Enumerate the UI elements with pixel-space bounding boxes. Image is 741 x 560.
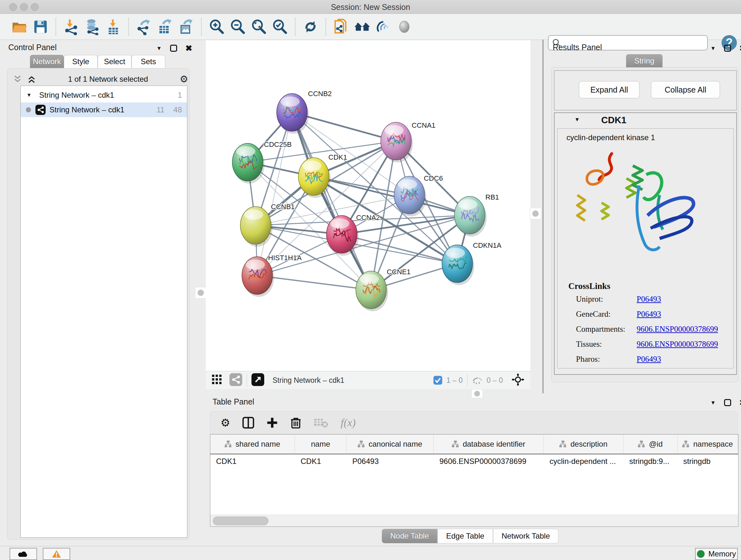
hidden-eye-icon[interactable] <box>472 375 483 385</box>
zoom-in-button[interactable] <box>206 17 227 37</box>
crosslink-value-link[interactable]: P06493 <box>636 310 661 319</box>
zoom-out-button[interactable] <box>227 17 248 37</box>
table-panel-title: Table Panel <box>212 397 254 407</box>
hscrollbar-thumb[interactable] <box>213 516 268 525</box>
export-image-button[interactable] <box>176 17 197 37</box>
right-splitter-handle[interactable] <box>530 208 541 219</box>
memory-button[interactable]: Memory <box>695 548 738 560</box>
network-node-CCNA2[interactable]: CCNA2 <box>327 213 380 256</box>
show-columns-icon[interactable] <box>242 417 254 429</box>
crosslink-value-link[interactable]: P06493 <box>636 355 661 364</box>
tree-expander-icon[interactable]: ▼ <box>26 92 31 98</box>
save-session-button[interactable] <box>30 17 51 37</box>
node-label-HIST1H1A: HIST1H1A <box>268 254 301 262</box>
table-hscrollbar[interactable] <box>210 515 738 526</box>
network-options-gear-icon[interactable]: ⚙ <box>180 73 188 84</box>
detach-view-button[interactable] <box>252 373 264 387</box>
import-table-file-button[interactable] <box>103 17 124 37</box>
fit-selected-button[interactable] <box>511 373 525 388</box>
network-node-CCNA1[interactable]: CCNA1 <box>381 121 435 163</box>
refresh-layout-button[interactable] <box>300 17 321 37</box>
tab-network[interactable]: Network <box>30 55 64 68</box>
tab-string[interactable]: String <box>626 54 663 67</box>
export-table-button[interactable] <box>154 17 176 37</box>
column-header-database-identifier[interactable]: database identifier <box>434 435 544 454</box>
network-overview-button[interactable] <box>229 373 242 387</box>
table-row[interactable]: CDK1CDK1P064939606.ENSP00000378699cyclin… <box>210 454 738 469</box>
network-node-CDKN1A[interactable]: CDKN1A <box>442 241 502 285</box>
cloud-status-button[interactable] <box>10 548 37 560</box>
zoom-selected-button[interactable] <box>269 17 290 37</box>
table-settings-gear-icon[interactable]: ⚙ <box>220 416 230 429</box>
results-panel-menu-button[interactable]: ▼ <box>711 46 716 51</box>
network-edge-CCNB2-HIST1H1A[interactable] <box>257 112 292 275</box>
table-panel-float-button[interactable] <box>724 399 731 406</box>
export-network-button[interactable] <box>133 17 154 37</box>
column-header-shared-name[interactable]: shared name <box>210 435 295 454</box>
collapse-all-button[interactable]: Collapse All <box>651 81 720 98</box>
network-view-title: String Network – cdk1 <box>273 376 344 385</box>
tab-style[interactable]: Style <box>64 55 98 68</box>
network-tree-row[interactable]: String Network – cdk11148 <box>21 103 187 117</box>
network-node-RB1[interactable]: RB1 <box>455 193 499 237</box>
sphere-icon <box>396 19 412 35</box>
delete-column-trash-icon[interactable] <box>290 417 301 429</box>
cdk1-collapse-icon[interactable]: ▼ <box>575 117 580 122</box>
function-builder-icon: f(x) <box>340 417 355 429</box>
tab-select[interactable]: Select <box>98 55 131 68</box>
import-network-database-button[interactable] <box>82 17 103 37</box>
collapse-all-icon[interactable] <box>13 75 22 83</box>
results-panel-close-button[interactable]: ✖ <box>739 44 741 52</box>
warnings-button[interactable] <box>43 548 70 560</box>
left-splitter-handle[interactable] <box>195 287 206 299</box>
title-bar: Session: New Session <box>0 0 741 14</box>
import-table-icon <box>105 18 122 35</box>
column-header-name[interactable]: name <box>295 435 347 454</box>
results-panel-divider <box>542 40 543 393</box>
tab-node-table[interactable]: Node Table <box>382 529 437 543</box>
crosslink-row: Tissues:9606.ENSP00000378699 <box>576 340 729 349</box>
crosslinks-list: Uniprot:P06493GeneCard:P06493Compartment… <box>576 295 729 370</box>
share-gray-icon <box>229 373 242 386</box>
column-header--id[interactable]: @id <box>623 435 677 454</box>
table-panel-close-button[interactable]: ✖ <box>739 398 741 407</box>
tab-sets[interactable]: Sets <box>131 55 165 68</box>
column-header-description[interactable]: description <box>544 435 623 454</box>
network-canvas[interactable]: CCNB2CCNA1CDC25BCDK1CDC6RB1CCNB1CCNA2CDK… <box>206 40 530 371</box>
tab-network-table[interactable]: Network Table <box>493 529 559 543</box>
network-edge-CCNB2-CCNE1[interactable] <box>292 112 371 290</box>
expand-all-icon[interactable] <box>27 75 37 83</box>
control-panel-float-button[interactable] <box>170 45 177 52</box>
string-glass-ball-button[interactable] <box>394 17 415 37</box>
network-tree-row[interactable]: ▼String Network – cdk11 <box>21 88 187 103</box>
tab-edge-table[interactable]: Edge Table <box>437 529 493 543</box>
control-panel-menu-button[interactable]: ▼ <box>156 46 162 51</box>
open-session-button[interactable] <box>9 17 30 37</box>
birdseye-toggle-button[interactable] <box>212 374 222 386</box>
network-node-CDC6[interactable]: CDC6 <box>394 174 443 216</box>
column-header-canonical-name[interactable]: canonical name <box>347 435 434 454</box>
crosslink-value-link[interactable]: 9606.ENSP00000378699 <box>636 340 718 349</box>
string-home-button[interactable] <box>352 17 373 37</box>
save-floppy-icon <box>32 19 49 35</box>
crosslink-row: Compartments:9606.ENSP00000378699 <box>576 325 729 334</box>
crosslink-value-link[interactable]: P06493 <box>636 295 661 304</box>
crosslink-value-link[interactable]: 9606.ENSP00000378699 <box>636 325 718 334</box>
network-node-HIST1H1A[interactable]: HIST1H1A <box>242 254 301 297</box>
export-image-icon <box>178 18 194 35</box>
network-edge-HIST1H1A-CCNE1[interactable] <box>257 275 371 290</box>
zoom-fit-button[interactable] <box>248 17 269 37</box>
table-toolbar: ⚙ f(x) <box>210 411 738 434</box>
network-node-CCNB2[interactable]: CCNB2 <box>277 90 332 134</box>
column-header-namespace[interactable]: namespace <box>677 435 738 454</box>
string-import-button[interactable] <box>331 17 352 37</box>
expand-all-button[interactable]: Expand All <box>579 81 639 98</box>
control-panel-close-button[interactable]: ✖ <box>185 44 192 52</box>
import-network-file-button[interactable] <box>61 17 82 37</box>
table-panel-menu-button[interactable]: ▼ <box>711 400 716 406</box>
string-show-glass-button[interactable] <box>373 17 394 37</box>
add-column-icon[interactable] <box>266 417 278 428</box>
network-node-CCNE1[interactable]: CCNE1 <box>356 268 411 311</box>
selected-checkbox-icon[interactable] <box>433 375 443 385</box>
results-panel-float-button[interactable] <box>724 45 731 52</box>
